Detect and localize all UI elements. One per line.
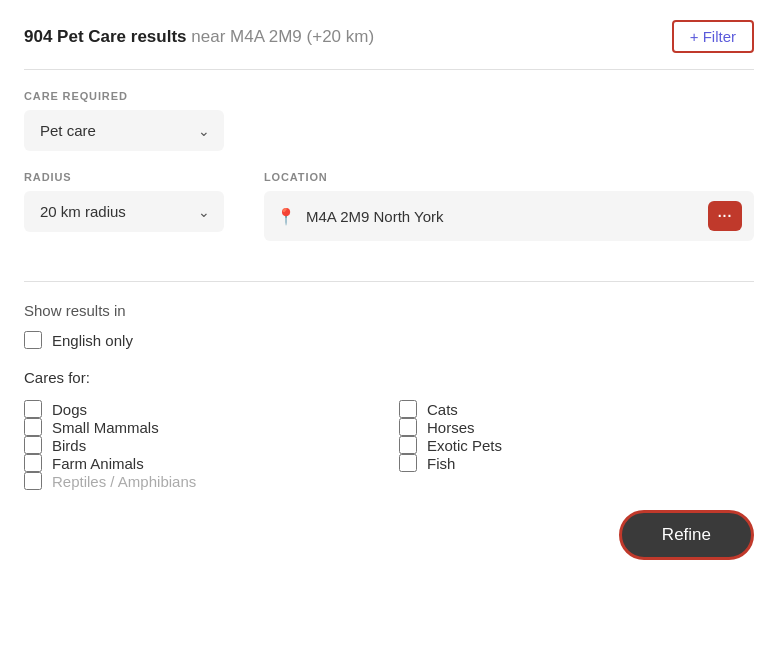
small-mammals-label[interactable]: Small Mammals	[52, 419, 159, 436]
location-label: LOCATION	[264, 171, 754, 183]
birds-label[interactable]: Birds	[52, 437, 86, 454]
list-item: Farm Animals	[24, 454, 379, 472]
list-item: Exotic Pets	[399, 436, 754, 454]
cats-label[interactable]: Cats	[427, 401, 458, 418]
results-location: near M4A 2M9 (+20 km)	[187, 27, 375, 46]
cares-for-title: Cares for:	[24, 369, 754, 386]
show-results-label: Show results in	[24, 302, 754, 319]
list-item: Reptiles / Amphibians	[24, 472, 379, 490]
farm-animals-checkbox[interactable]	[24, 454, 42, 472]
exotic-pets-label[interactable]: Exotic Pets	[427, 437, 502, 454]
dogs-checkbox[interactable]	[24, 400, 42, 418]
page-container: 904 Pet Care results near M4A 2M9 (+20 k…	[0, 0, 778, 580]
location-input-wrapper: 📍 M4A 2M9 North York ···	[264, 191, 754, 241]
list-item: Dogs	[24, 400, 379, 418]
horses-checkbox[interactable]	[399, 418, 417, 436]
list-item: Fish	[399, 454, 754, 472]
location-action-button[interactable]: ···	[708, 201, 742, 231]
radius-section: RADIUS 5 km radius10 km radius20 km radi…	[24, 171, 224, 232]
birds-checkbox[interactable]	[24, 436, 42, 454]
radius-select[interactable]: 5 km radius10 km radius20 km radius50 km…	[24, 191, 224, 232]
cats-checkbox[interactable]	[399, 400, 417, 418]
list-item: Cats	[399, 400, 754, 418]
horses-label[interactable]: Horses	[427, 419, 475, 436]
reptiles-checkbox[interactable]	[24, 472, 42, 490]
cares-right-column: Cats Horses Exotic Pets Fish	[399, 400, 754, 490]
show-results-section: Show results in English only	[24, 302, 754, 349]
farm-animals-label[interactable]: Farm Animals	[52, 455, 144, 472]
radius-select-wrapper: 5 km radius10 km radius20 km radius50 km…	[24, 191, 224, 232]
header-divider	[24, 69, 754, 70]
cares-left-column: Dogs Small Mammals Birds Farm Animals Re…	[24, 400, 379, 490]
care-required-select[interactable]: Pet careMedical careEmergency care	[24, 110, 224, 151]
location-section: LOCATION 📍 M4A 2M9 North York ···	[264, 171, 754, 241]
list-item: Horses	[399, 418, 754, 436]
radius-label: RADIUS	[24, 171, 224, 183]
bottom-row: Refine	[24, 510, 754, 560]
results-count: 904 Pet Care results	[24, 27, 187, 46]
radius-location-row: RADIUS 5 km radius10 km radius20 km radi…	[24, 171, 754, 261]
care-required-label: CARE REQUIRED	[24, 90, 754, 102]
reptiles-label[interactable]: Reptiles / Amphibians	[52, 473, 196, 490]
cares-for-section: Cares for: Dogs Small Mammals Birds	[24, 369, 754, 490]
exotic-pets-checkbox[interactable]	[399, 436, 417, 454]
cares-grid: Dogs Small Mammals Birds Farm Animals Re…	[24, 400, 754, 490]
english-only-row: English only	[24, 331, 754, 349]
filter-button[interactable]: + Filter	[672, 20, 754, 53]
fish-label[interactable]: Fish	[427, 455, 455, 472]
location-pin-icon: 📍	[276, 207, 296, 226]
english-only-checkbox[interactable]	[24, 331, 42, 349]
results-summary: 904 Pet Care results near M4A 2M9 (+20 k…	[24, 27, 374, 47]
small-mammals-checkbox[interactable]	[24, 418, 42, 436]
refine-button[interactable]: Refine	[619, 510, 754, 560]
list-item: Birds	[24, 436, 379, 454]
english-only-label[interactable]: English only	[52, 332, 133, 349]
header-row: 904 Pet Care results near M4A 2M9 (+20 k…	[24, 20, 754, 53]
location-value: M4A 2M9 North York	[306, 208, 698, 225]
section-divider	[24, 281, 754, 282]
care-required-select-wrapper: Pet careMedical careEmergency care ⌄	[24, 110, 224, 151]
list-item: Small Mammals	[24, 418, 379, 436]
dogs-label[interactable]: Dogs	[52, 401, 87, 418]
fish-checkbox[interactable]	[399, 454, 417, 472]
care-required-section: CARE REQUIRED Pet careMedical careEmerge…	[24, 90, 754, 151]
